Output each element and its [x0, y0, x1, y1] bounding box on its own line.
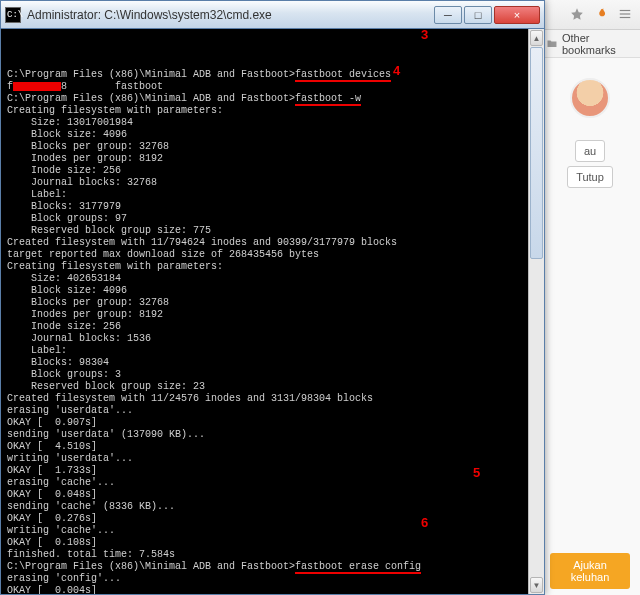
annotation-6: 6 — [421, 517, 428, 529]
flame-icon[interactable] — [594, 7, 608, 23]
maximize-button[interactable]: □ — [464, 6, 492, 24]
scroll-up-button[interactable]: ▲ — [530, 30, 543, 46]
browser-background: Other bookmarks au Tutup Ajukan keluhan — [540, 0, 640, 595]
scrollbar[interactable]: ▲ ▼ — [528, 29, 544, 594]
cmd-icon: C:\ — [5, 7, 21, 23]
scroll-down-button[interactable]: ▼ — [530, 577, 543, 593]
annotation-5: 5 — [473, 467, 480, 479]
complain-button[interactable]: Ajukan keluhan — [550, 553, 630, 589]
star-icon[interactable] — [570, 7, 584, 23]
window-titlebar[interactable]: C:\ Administrator: C:\Windows\system32\c… — [1, 1, 544, 29]
pill-tutup[interactable]: Tutup — [567, 166, 613, 188]
window-title: Administrator: C:\Windows\system32\cmd.e… — [27, 8, 428, 22]
terminal-output: C:\Program Files (x86)\Minimal ADB and F… — [1, 29, 544, 594]
close-button[interactable]: × — [494, 6, 540, 24]
menu-icon[interactable] — [618, 7, 632, 23]
annotation-3: 3 — [421, 29, 428, 41]
minimize-button[interactable]: ─ — [434, 6, 462, 24]
bookmarks-bar: Other bookmarks — [540, 30, 640, 58]
side-panel: au Tutup — [540, 58, 640, 210]
pill-au[interactable]: au — [575, 140, 605, 162]
svg-rect-2 — [620, 16, 631, 17]
folder-icon — [546, 37, 558, 51]
scroll-thumb[interactable] — [530, 47, 543, 259]
avatar[interactable] — [570, 78, 610, 118]
svg-rect-0 — [620, 9, 631, 10]
bookmarks-label[interactable]: Other bookmarks — [562, 32, 634, 56]
browser-toolbar — [540, 0, 640, 30]
annotation-4: 4 — [393, 65, 400, 77]
scroll-track[interactable] — [529, 47, 544, 576]
cmd-window: C:\ Administrator: C:\Windows\system32\c… — [0, 0, 545, 595]
svg-rect-1 — [620, 13, 631, 14]
